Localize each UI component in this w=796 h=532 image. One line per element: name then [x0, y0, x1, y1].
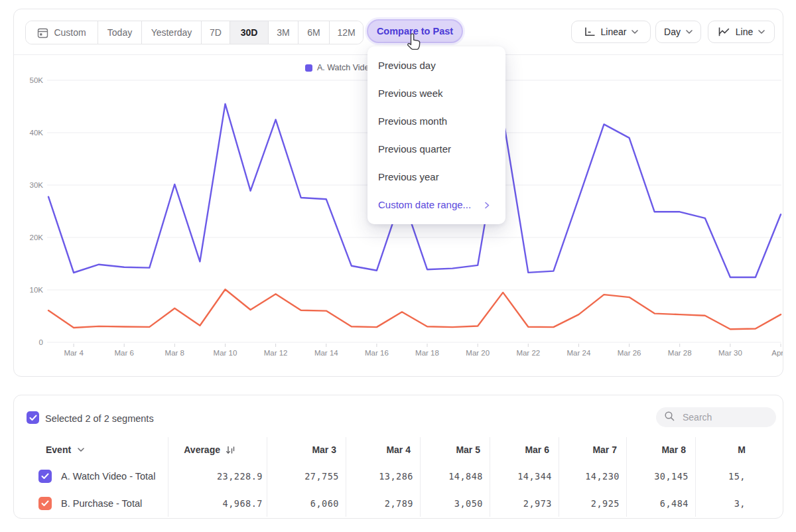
svg-text:50K: 50K [30, 76, 44, 84]
range-button-3m[interactable]: 3M [269, 21, 298, 44]
day-dropdown-button[interactable]: Day [655, 21, 701, 43]
chevron-down-icon [631, 30, 638, 34]
svg-text:Mar 30: Mar 30 [718, 349, 742, 357]
date-header-label: Mar 4 [386, 444, 411, 455]
value-cell: 23,228.9 [168, 462, 267, 490]
menu-item-custom-date-range[interactable]: Custom date range... [367, 191, 505, 219]
average-header-label: Average [184, 444, 220, 455]
legend-swatch-watch-video [305, 64, 312, 72]
search-box [656, 407, 776, 427]
value-cell: 6,060 [267, 490, 346, 517]
svg-text:Mar 8: Mar 8 [165, 349, 184, 357]
svg-text:Mar 18: Mar 18 [415, 349, 439, 357]
search-input[interactable] [681, 411, 767, 423]
svg-text:Mar 6: Mar 6 [114, 349, 133, 357]
range-label: Yesterday [151, 27, 192, 38]
chevron-down-icon [686, 30, 693, 34]
range-button-yesterday[interactable]: Yesterday [142, 21, 202, 44]
svg-text:Mar 14: Mar 14 [314, 349, 338, 357]
column-header-mar-7: Mar 7 [559, 437, 626, 462]
svg-text:20K: 20K [30, 233, 44, 241]
table-row-label-cell: B. Purchase - Total [27, 490, 168, 517]
menu-item-previous-month[interactable]: Previous month [367, 107, 505, 135]
value-cell: 30,145 [626, 462, 695, 490]
row-checkbox[interactable] [38, 497, 52, 510]
range-label: Today [107, 27, 132, 38]
selected-segments-label: Selected 2 of 2 segments [45, 413, 154, 424]
chart-legend: A. Watch Video - Total [305, 62, 369, 73]
segments-table: EventAverageMar 3Mar 4Mar 5Mar 6Mar 7Mar… [27, 437, 752, 517]
value-cell: 14,230 [559, 462, 626, 490]
value-cell: 14,848 [420, 462, 490, 490]
svg-text:Mar 16: Mar 16 [365, 349, 389, 357]
column-header-mar-8: Mar 8 [626, 437, 695, 462]
menu-item-previous-week[interactable]: Previous week [367, 80, 505, 107]
table-row-label-cell: A. Watch Video - Total [27, 462, 168, 490]
chevron-down-icon [758, 30, 765, 34]
check-icon [29, 415, 37, 421]
value-cell: 4,968.7 [168, 490, 267, 517]
control-label: Line [736, 27, 753, 37]
date-header-label: Mar 3 [312, 444, 336, 455]
value-cell: 3, [695, 490, 752, 517]
value-cell: 15, [695, 462, 752, 490]
svg-text:Mar 4: Mar 4 [64, 349, 84, 357]
select-all-checkbox[interactable] [27, 411, 39, 424]
range-button-12m[interactable]: 12M [330, 21, 363, 44]
date-header-label: Mar 6 [525, 444, 549, 455]
date-header-label: Mar 7 [592, 444, 617, 455]
value-cell: 2,789 [346, 490, 420, 517]
value-cell: 3,050 [420, 490, 490, 517]
search-icon [664, 411, 675, 422]
value-cell: 2,925 [559, 490, 626, 517]
range-button-custom[interactable]: Custom [26, 21, 98, 44]
linear-scale-icon [584, 27, 596, 37]
row-checkbox[interactable] [38, 470, 52, 483]
date-header-label: Mar 8 [661, 444, 686, 455]
column-header-mar-4: Mar 4 [346, 437, 420, 462]
legend-label-watch-video: A. Watch Video - Total [317, 63, 369, 72]
row-label: A. Watch Video - Total [61, 471, 155, 482]
date-header-label: Mar 5 [456, 444, 480, 455]
column-header-mar-6: Mar 6 [490, 437, 559, 462]
svg-text:0: 0 [39, 338, 43, 346]
svg-text:40K: 40K [30, 129, 44, 137]
line-dropdown-button[interactable]: Line [708, 21, 775, 43]
svg-text:10K: 10K [30, 286, 44, 294]
range-button-today[interactable]: Today [98, 21, 142, 44]
row-label: B. Purchase - Total [61, 498, 142, 509]
date-header-label: M [738, 444, 746, 455]
chevron-down-icon [78, 448, 84, 452]
check-icon [41, 500, 49, 507]
svg-text:Mar 24: Mar 24 [567, 349, 591, 357]
series-line [48, 289, 781, 329]
range-button-7d[interactable]: 7D [202, 21, 230, 44]
linear-dropdown-button[interactable]: Linear [571, 21, 651, 43]
column-header-m: M [695, 437, 752, 462]
control-label: Linear [601, 27, 627, 37]
range-label: 12M [337, 27, 355, 38]
search-icon-wrap [664, 411, 675, 425]
menu-item-previous-day[interactable]: Previous day [367, 52, 505, 80]
custom-date-range-label: Custom date range... [378, 191, 471, 219]
line-chart-icon [718, 27, 730, 37]
value-cell: 27,755 [267, 462, 346, 490]
range-label: 30D [241, 27, 258, 38]
column-header-average[interactable]: Average [168, 437, 267, 462]
range-button-30d[interactable]: 30D [230, 21, 269, 44]
svg-text:Apr 1: Apr 1 [771, 349, 783, 357]
menu-item-previous-year[interactable]: Previous year [367, 163, 505, 191]
column-header-mar-3: Mar 3 [267, 437, 346, 462]
value-cell: 13,286 [346, 462, 420, 490]
svg-text:Mar 12: Mar 12 [264, 349, 288, 357]
value-cell: 2,973 [490, 490, 559, 517]
range-label: 7D [210, 27, 222, 38]
range-label: 6M [307, 27, 320, 38]
compare-to-past-button[interactable]: Compare to Past [367, 19, 463, 43]
range-button-6m[interactable]: 6M [298, 21, 330, 44]
value-cell: 14,344 [490, 462, 559, 490]
column-header-event[interactable]: Event [27, 437, 168, 462]
svg-text:Mar 10: Mar 10 [214, 349, 237, 357]
menu-item-previous-quarter[interactable]: Previous quarter [367, 135, 505, 163]
chevron-right-icon [485, 202, 490, 209]
